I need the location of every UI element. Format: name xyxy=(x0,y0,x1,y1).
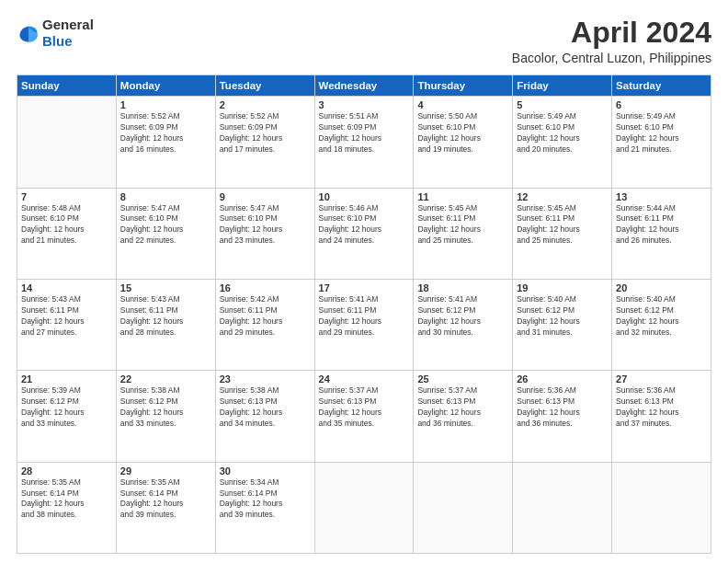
day-info: Sunrise: 5:51 AM Sunset: 6:09 PM Dayligh… xyxy=(319,111,410,155)
day-info: Sunrise: 5:42 AM Sunset: 6:11 PM Dayligh… xyxy=(220,294,311,339)
table-row: 26Sunrise: 5:36 AM Sunset: 6:13 PM Dayli… xyxy=(513,371,612,462)
table-row xyxy=(17,97,117,188)
day-info: Sunrise: 5:47 AM Sunset: 6:10 PM Dayligh… xyxy=(120,203,211,247)
day-number: 11 xyxy=(417,191,508,202)
day-number: 30 xyxy=(220,465,311,477)
table-row: 22Sunrise: 5:38 AM Sunset: 6:12 PM Dayli… xyxy=(116,371,215,462)
table-row: 29Sunrise: 5:35 AM Sunset: 6:14 PM Dayli… xyxy=(116,462,215,553)
day-info: Sunrise: 5:35 AM Sunset: 6:14 PM Dayligh… xyxy=(120,477,211,522)
calendar-week-row: 14Sunrise: 5:43 AM Sunset: 6:11 PM Dayli… xyxy=(17,279,711,370)
table-row: 3Sunrise: 5:51 AM Sunset: 6:09 PM Daylig… xyxy=(314,97,414,188)
day-info: Sunrise: 5:46 AM Sunset: 6:10 PM Dayligh… xyxy=(319,203,410,247)
calendar-week-row: 21Sunrise: 5:39 AM Sunset: 6:12 PM Dayli… xyxy=(17,371,711,462)
table-row: 24Sunrise: 5:37 AM Sunset: 6:13 PM Dayli… xyxy=(314,371,414,462)
day-number: 21 xyxy=(21,373,112,385)
table-row: 21Sunrise: 5:39 AM Sunset: 6:12 PM Dayli… xyxy=(17,371,117,462)
col-thursday: Thursday xyxy=(414,75,513,97)
day-info: Sunrise: 5:45 AM Sunset: 6:11 PM Dayligh… xyxy=(417,203,508,247)
day-info: Sunrise: 5:40 AM Sunset: 6:12 PM Dayligh… xyxy=(517,294,608,339)
table-row: 10Sunrise: 5:46 AM Sunset: 6:10 PM Dayli… xyxy=(314,188,414,279)
table-row: 15Sunrise: 5:43 AM Sunset: 6:11 PM Dayli… xyxy=(116,279,215,370)
day-info: Sunrise: 5:45 AM Sunset: 6:11 PM Dayligh… xyxy=(517,203,608,247)
day-info: Sunrise: 5:49 AM Sunset: 6:10 PM Dayligh… xyxy=(616,111,707,155)
col-saturday: Saturday xyxy=(612,75,711,97)
title-block: April 2024 Bacolor, Central Luzon, Phili… xyxy=(512,17,711,65)
day-number: 13 xyxy=(616,191,707,202)
day-info: Sunrise: 5:52 AM Sunset: 6:09 PM Dayligh… xyxy=(220,111,311,155)
table-row: 7Sunrise: 5:48 AM Sunset: 6:10 PM Daylig… xyxy=(17,188,117,279)
day-number: 22 xyxy=(120,373,211,385)
table-row: 2Sunrise: 5:52 AM Sunset: 6:09 PM Daylig… xyxy=(215,97,314,188)
col-friday: Friday xyxy=(513,75,612,97)
table-row: 19Sunrise: 5:40 AM Sunset: 6:12 PM Dayli… xyxy=(513,279,612,370)
table-row: 12Sunrise: 5:45 AM Sunset: 6:11 PM Dayli… xyxy=(513,188,612,279)
day-number: 16 xyxy=(220,282,311,293)
table-row: 14Sunrise: 5:43 AM Sunset: 6:11 PM Dayli… xyxy=(17,279,117,370)
calendar-week-row: 7Sunrise: 5:48 AM Sunset: 6:10 PM Daylig… xyxy=(17,188,711,279)
day-number: 20 xyxy=(616,282,707,293)
day-number: 19 xyxy=(517,282,608,293)
day-number: 12 xyxy=(517,191,608,202)
day-number: 28 xyxy=(21,465,112,477)
day-number: 2 xyxy=(220,99,311,110)
col-tuesday: Tuesday xyxy=(215,75,314,97)
table-row xyxy=(513,462,612,553)
logo-text-blue: Blue xyxy=(42,33,73,49)
day-info: Sunrise: 5:49 AM Sunset: 6:10 PM Dayligh… xyxy=(517,111,608,155)
day-number: 9 xyxy=(220,191,311,202)
table-row: 6Sunrise: 5:49 AM Sunset: 6:10 PM Daylig… xyxy=(612,97,711,188)
calendar-week-row: 1Sunrise: 5:52 AM Sunset: 6:09 PM Daylig… xyxy=(17,97,711,188)
day-number: 7 xyxy=(21,191,112,202)
calendar-week-row: 28Sunrise: 5:35 AM Sunset: 6:14 PM Dayli… xyxy=(17,462,711,553)
day-number: 14 xyxy=(21,282,112,293)
table-row: 23Sunrise: 5:38 AM Sunset: 6:13 PM Dayli… xyxy=(215,371,314,462)
day-info: Sunrise: 5:41 AM Sunset: 6:12 PM Dayligh… xyxy=(417,294,508,339)
table-row: 4Sunrise: 5:50 AM Sunset: 6:10 PM Daylig… xyxy=(414,97,513,188)
day-number: 10 xyxy=(319,191,410,202)
day-info: Sunrise: 5:38 AM Sunset: 6:13 PM Dayligh… xyxy=(220,385,311,430)
col-wednesday: Wednesday xyxy=(314,75,414,97)
col-sunday: Sunday xyxy=(17,75,117,97)
day-number: 8 xyxy=(120,191,211,202)
day-info: Sunrise: 5:34 AM Sunset: 6:14 PM Dayligh… xyxy=(220,477,311,522)
day-number: 26 xyxy=(517,373,608,385)
logo: General Blue xyxy=(17,17,94,50)
table-row: 28Sunrise: 5:35 AM Sunset: 6:14 PM Dayli… xyxy=(17,462,117,553)
day-info: Sunrise: 5:35 AM Sunset: 6:14 PM Dayligh… xyxy=(21,477,112,522)
day-number: 4 xyxy=(417,99,508,110)
table-row: 11Sunrise: 5:45 AM Sunset: 6:11 PM Dayli… xyxy=(414,188,513,279)
col-monday: Monday xyxy=(116,75,215,97)
day-info: Sunrise: 5:40 AM Sunset: 6:12 PM Dayligh… xyxy=(616,294,707,339)
day-number: 6 xyxy=(616,99,707,110)
calendar-header-row: Sunday Monday Tuesday Wednesday Thursday… xyxy=(17,75,711,97)
table-row xyxy=(612,462,711,553)
logo-icon xyxy=(18,23,39,43)
day-number: 24 xyxy=(319,373,410,385)
table-row: 27Sunrise: 5:36 AM Sunset: 6:13 PM Dayli… xyxy=(612,371,711,462)
day-number: 25 xyxy=(417,373,508,385)
month-title: April 2024 xyxy=(512,17,711,49)
header: General Blue April 2024 Bacolor, Central… xyxy=(17,17,711,65)
day-info: Sunrise: 5:43 AM Sunset: 6:11 PM Dayligh… xyxy=(21,294,112,339)
day-number: 23 xyxy=(220,373,311,385)
page: General Blue April 2024 Bacolor, Central… xyxy=(0,0,728,563)
calendar-table: Sunday Monday Tuesday Wednesday Thursday… xyxy=(17,75,711,554)
day-number: 27 xyxy=(616,373,707,385)
table-row: 18Sunrise: 5:41 AM Sunset: 6:12 PM Dayli… xyxy=(414,279,513,370)
day-number: 1 xyxy=(120,99,211,110)
day-number: 17 xyxy=(319,282,410,293)
day-info: Sunrise: 5:50 AM Sunset: 6:10 PM Dayligh… xyxy=(417,111,508,155)
day-info: Sunrise: 5:39 AM Sunset: 6:12 PM Dayligh… xyxy=(21,385,112,430)
day-number: 18 xyxy=(417,282,508,293)
day-info: Sunrise: 5:48 AM Sunset: 6:10 PM Dayligh… xyxy=(21,203,112,247)
table-row: 20Sunrise: 5:40 AM Sunset: 6:12 PM Dayli… xyxy=(612,279,711,370)
table-row: 25Sunrise: 5:37 AM Sunset: 6:13 PM Dayli… xyxy=(414,371,513,462)
day-number: 29 xyxy=(120,465,211,477)
table-row xyxy=(414,462,513,553)
logo-text-general: General xyxy=(42,17,94,32)
day-info: Sunrise: 5:47 AM Sunset: 6:10 PM Dayligh… xyxy=(220,203,311,247)
day-info: Sunrise: 5:37 AM Sunset: 6:13 PM Dayligh… xyxy=(319,385,410,430)
table-row: 8Sunrise: 5:47 AM Sunset: 6:10 PM Daylig… xyxy=(116,188,215,279)
table-row xyxy=(314,462,414,553)
day-number: 15 xyxy=(120,282,211,293)
